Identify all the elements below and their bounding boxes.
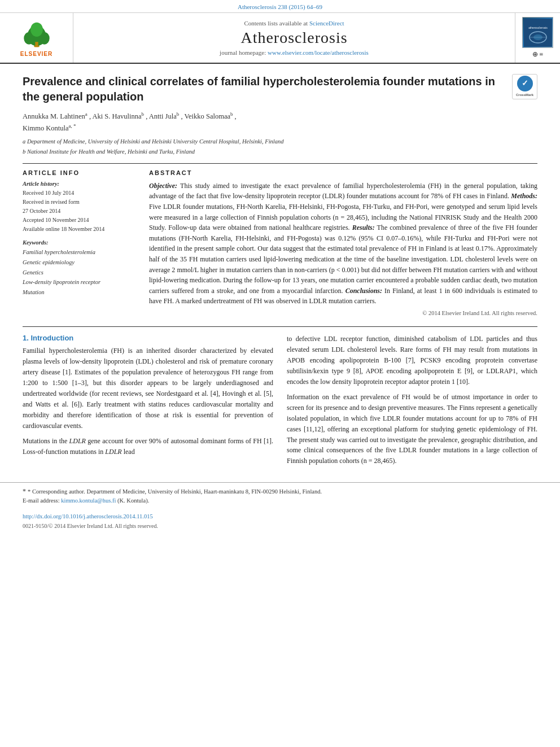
journal-icon-row: ⊕ ≡ [532, 50, 544, 59]
journal-header: ELSEVIER Contents lists available at Sci… [0, 13, 560, 64]
abstract-text: Objective: This study aimed to investiga… [149, 181, 537, 307]
footnote-corresponding: * * Corresponding author. Department of … [23, 486, 537, 496]
affil-b-text: b National Institute for Health and Welf… [23, 148, 195, 155]
abstract-header: ABSTRACT [149, 169, 537, 176]
footnote-email-line: E-mail address: kimmo.kontula@hus.fi (K.… [23, 496, 537, 505]
elsevier-logo-block: ELSEVIER [0, 13, 73, 63]
svg-point-4 [30, 22, 43, 36]
footnote-section: * * Corresponding author. Department of … [0, 482, 560, 511]
article-header-section: Prevalence and clinical correlates of fa… [0, 64, 560, 322]
author2-sup: b [142, 111, 145, 117]
objective-label: Objective: [149, 182, 177, 190]
keyword-2: Genetic epidemiology [23, 257, 135, 268]
accepted-date: Accepted 10 November 2014 [23, 216, 135, 225]
email-label: E-mail address: [23, 497, 60, 504]
crossmark-label: CrossMark [516, 93, 533, 97]
affiliation-a: a Department of Medicine, University of … [23, 137, 537, 146]
intro-section-title: 1. Introduction [23, 334, 273, 342]
right-para2: Information on the exact prevalence of F… [287, 392, 537, 467]
elsevier-tree-logo [11, 19, 62, 50]
svg-text:atherosclerosis: atherosclerosis [528, 26, 548, 29]
objective-text: This study aimed to investigate the exac… [149, 182, 537, 200]
keywords-label: Keywords: [23, 239, 135, 246]
affiliation-b: b National Institute for Health and Welf… [23, 147, 537, 156]
author1-sup: a [85, 111, 88, 117]
conclusions-label: Conclusions: [345, 287, 382, 295]
para2-text: Mutations in the [23, 437, 69, 445]
para2-text3: lead [122, 448, 135, 456]
article-title: Prevalence and clinical correlates of fa… [23, 74, 537, 104]
elsevier-logo: ELSEVIER [11, 19, 62, 57]
revised-date: 27 October 2014 [23, 207, 135, 216]
intro-para1: Familial hypercholesterolemia (FH) is an… [23, 346, 273, 431]
abstract-col: ABSTRACT Objective: This study aimed to … [149, 169, 537, 316]
results-label: Results: [352, 224, 375, 231]
doi-line[interactable]: http://dx.doi.org/10.1016/j.atherosclero… [0, 511, 560, 522]
intro-para2: Mutations in the LDLR gene account for o… [23, 436, 273, 457]
keyword-1: Familial hypercholesterolemia [23, 247, 135, 257]
body-right-col: to defective LDL receptor function, dimi… [287, 334, 537, 471]
issn-line: 0021-9150/© 2014 Elsevier Ireland Ltd. A… [0, 522, 560, 535]
author4-sup: b [230, 111, 233, 117]
sciencedirect-link[interactable]: ScienceDirect [309, 20, 344, 27]
journal-title: Atherosclerosis [240, 29, 347, 47]
author4-name: , Veikko Salomaa [181, 112, 230, 120]
keyword-4: Low-density lipoprotein receptor [23, 277, 135, 287]
body-divider [23, 326, 537, 327]
article-title-text: Prevalence and clinical correlates of fa… [23, 75, 495, 103]
sciencedirect-line: Contents lists available at ScienceDirec… [244, 20, 344, 27]
email-note: (K. Kontula). [117, 497, 149, 504]
journal-cover-thumbnail: atherosclerosis [522, 17, 553, 48]
affil-a-text: a Department of Medicine, University of … [23, 138, 284, 145]
journal-reference: Atherosclerosis 238 (2015) 64–69 [0, 0, 560, 13]
author6-name: Kimmo Kontula [23, 124, 69, 132]
body-two-col: 1. Introduction Familial hypercholestero… [23, 334, 537, 471]
section-num: 1. [23, 334, 29, 342]
elsevier-wordmark: ELSEVIER [20, 51, 53, 57]
article-info-abstract-cols: ARTICLE INFO Article history: Received 1… [23, 169, 537, 316]
ldlr-italic2: LDLR [105, 448, 121, 456]
results-text: The combined prevalence of three of the … [149, 224, 537, 295]
homepage-text: journal homepage: [220, 49, 266, 56]
header-divider [23, 163, 537, 164]
ldlr-gene-italic: LDLR [69, 437, 86, 445]
received-date: Received 10 July 2014 [23, 189, 135, 198]
article-history-block: Article history: Received 10 July 2014 R… [23, 181, 135, 234]
author3-sup: b [177, 111, 180, 117]
article-info-col: ARTICLE INFO Article history: Received 1… [23, 169, 135, 316]
revised-label: Received in revised form [23, 198, 135, 207]
journal-ref-text: Atherosclerosis 238 (2015) 64–69 [238, 3, 322, 10]
author1-name: Annukka M. Lahtinen [23, 112, 85, 120]
keyword-3: Genetics [23, 268, 135, 278]
methods-label: Methods: [511, 192, 537, 200]
footnote-text: * Corresponding author. Department of Me… [28, 488, 322, 495]
crossmark-badge[interactable]: ✓ CrossMark [512, 74, 537, 99]
homepage-link[interactable]: www.elsevier.com/locate/atherosclerosis [268, 49, 369, 56]
author6-sup: a, * [69, 123, 76, 129]
keywords-block: Keywords: Familial hypercholesterolemia … [23, 239, 135, 298]
affiliations-block: a Department of Medicine, University of … [23, 137, 537, 156]
article-info-header: ARTICLE INFO [23, 169, 135, 176]
sciencedirect-prefix: Contents lists available at [244, 20, 308, 27]
svg-rect-5 [35, 42, 38, 47]
body-section: 1. Introduction Familial hypercholestero… [0, 326, 560, 482]
authors-line: Annukka M. Lahtinena , Aki S. Havulinnab… [23, 110, 537, 134]
author2-name: , Aki S. Havulinna [89, 112, 142, 120]
journal-title-block: Contents lists available at ScienceDirec… [73, 13, 515, 63]
keyword-5: Mutation [23, 287, 135, 298]
copyright-text: © 2014 Elsevier Ireland Ltd. All rights … [149, 310, 537, 316]
right-para1: to defective LDL receptor function, dimi… [287, 334, 537, 387]
author3-name: , Antti Jula [146, 112, 177, 120]
footnote-star: * [23, 487, 28, 495]
journal-icon-2: ≡ [540, 50, 544, 59]
online-date: Available online 18 November 2014 [23, 225, 135, 234]
crossmark-icon: ✓ [517, 76, 533, 91]
author5-comma: , [235, 112, 237, 120]
history-label: Article history: [23, 181, 135, 187]
body-left-col: 1. Introduction Familial hypercholestero… [23, 334, 273, 471]
section-title-text: Introduction [30, 334, 73, 342]
email-address[interactable]: kimmo.kontula@hus.fi [61, 497, 116, 504]
journal-homepage-line: journal homepage: www.elsevier.com/locat… [220, 49, 369, 56]
journal-cover-block: atherosclerosis ⊕ ≡ [515, 13, 560, 63]
journal-icon-1: ⊕ [532, 50, 538, 59]
